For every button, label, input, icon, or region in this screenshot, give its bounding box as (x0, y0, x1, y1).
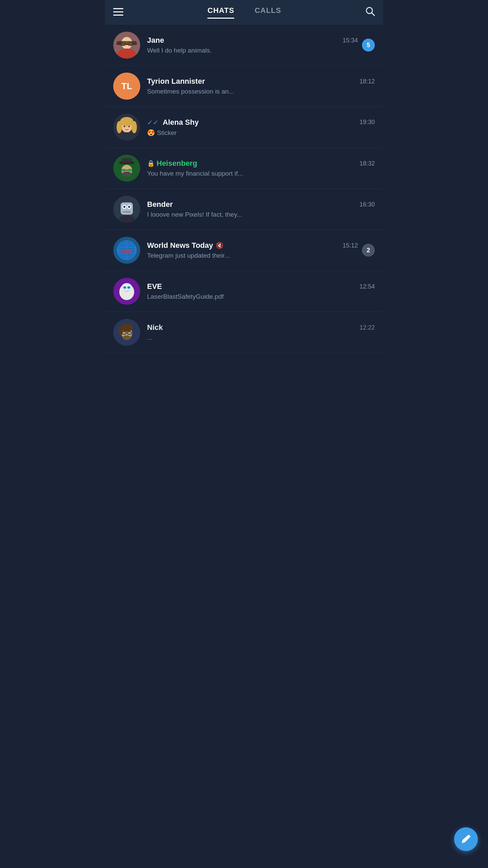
svg-rect-8 (117, 41, 137, 45)
chat-time-jane: 15:34 (343, 37, 358, 44)
chat-name-nick: Nick (147, 323, 163, 332)
chat-preview-bender: I looove new Pixels! If fact, they... (147, 211, 375, 218)
chat-name-bender: Bender (147, 200, 173, 209)
chat-time-tyrion: 18:12 (360, 78, 375, 85)
chat-time-alena: 19:30 (360, 119, 375, 126)
chat-info-wnt: World News Today 🔇 15:12 Telegram just u… (147, 241, 358, 259)
chat-item-heisenberg[interactable]: 🔒 Heisenberg 18:32 You have my financial… (105, 148, 383, 189)
chat-preview-nick: ... (147, 334, 375, 341)
chat-item-tyrion[interactable]: TL Tyrion Lannister 18:12 Sometimes poss… (105, 66, 383, 107)
avatar-bender (113, 196, 140, 223)
svg-rect-26 (121, 169, 126, 172)
avatar-eve (113, 278, 140, 305)
chat-name-wnt: World News Today 🔇 (147, 241, 223, 250)
svg-point-63 (123, 335, 131, 340)
svg-rect-27 (128, 169, 132, 172)
svg-rect-2 (113, 15, 123, 16)
unread-badge-jane: 5 (362, 39, 375, 52)
chat-preview-heisenberg: You have my financial support if... (147, 170, 375, 177)
chat-info-eve: EVE 12:54 LaserBlastSafetyGuide.pdf (147, 282, 375, 300)
svg-text:WNT: WNT (121, 248, 132, 254)
unread-badge-wnt: 2 (362, 244, 375, 257)
svg-point-17 (120, 117, 134, 126)
chat-info-bender: Bender 16:30 I looove new Pixels! If fac… (147, 200, 375, 218)
header: CHATS CALLS (105, 0, 383, 25)
chat-item-wnt[interactable]: WNT World News Today 🔇 15:12 Telegram ju… (105, 230, 383, 271)
lock-icon-heisenberg: 🔒 (147, 160, 155, 167)
chat-name-tyrion: Tyrion Lannister (147, 77, 205, 86)
chat-preview-jane: Well I do help animals. (147, 47, 358, 54)
chat-preview-eve: LaserBlastSafetyGuide.pdf (147, 293, 375, 300)
chat-name-eve: EVE (147, 282, 162, 291)
chat-info-heisenberg: 🔒 Heisenberg 18:32 You have my financial… (147, 159, 375, 177)
chat-info-jane: Jane 15:34 Well I do help animals. (147, 36, 358, 54)
svg-point-54 (124, 287, 126, 289)
chat-name-heisenberg: 🔒 Heisenberg (147, 159, 197, 168)
chat-preview-wnt: Telegram just updated their... (147, 252, 358, 259)
header-tabs: CHATS CALLS (123, 6, 365, 19)
svg-point-35 (128, 206, 130, 208)
svg-rect-0 (113, 8, 123, 9)
svg-rect-31 (121, 202, 133, 215)
chat-info-tyrion: Tyrion Lannister 18:12 Sometimes possess… (147, 77, 375, 95)
svg-point-21 (128, 126, 130, 127)
chat-info-nick: Nick 12:22 ... (147, 323, 375, 341)
chat-preview-tyrion: Sometimes possession is an... (147, 88, 375, 95)
chat-item-nick[interactable]: Nick 12:22 ... (105, 312, 383, 353)
avatar-wnt: WNT (113, 237, 140, 264)
chat-item-bender[interactable]: Bender 16:30 I looove new Pixels! If fac… (105, 189, 383, 230)
svg-rect-24 (121, 158, 132, 162)
chat-item-jane[interactable]: Jane 15:34 Well I do help animals. 5 (105, 25, 383, 66)
svg-rect-1 (113, 11, 123, 12)
chat-time-nick: 12:22 (360, 324, 375, 331)
svg-point-29 (122, 172, 131, 177)
svg-point-34 (123, 206, 125, 208)
chat-time-eve: 12:54 (360, 283, 375, 290)
avatar-jane (113, 32, 140, 59)
svg-point-59 (119, 326, 123, 336)
chat-info-alena: ✓✓ Alena Shy 19:30 😍 Sticker (147, 118, 375, 137)
chat-preview-alena: 😍 Sticker (147, 129, 375, 137)
avatar-nick (113, 319, 140, 346)
svg-point-19 (131, 121, 137, 133)
svg-point-20 (124, 126, 125, 127)
chat-name-jane: Jane (147, 36, 164, 45)
svg-point-18 (117, 121, 122, 133)
search-icon[interactable] (365, 6, 375, 18)
mute-icon-wnt: 🔇 (216, 242, 223, 249)
heisenberg-name-text: Heisenberg (157, 159, 197, 168)
tab-calls[interactable]: CALLS (255, 6, 281, 19)
chat-item-eve[interactable]: EVE 12:54 LaserBlastSafetyGuide.pdf (105, 271, 383, 312)
chat-time-bender: 16:30 (360, 201, 375, 208)
tab-chats[interactable]: CHATS (207, 6, 234, 19)
chat-item-alena[interactable]: ✓✓ Alena Shy 19:30 😍 Sticker (105, 107, 383, 148)
wnt-name-text: World News Today (147, 241, 213, 250)
svg-line-4 (372, 13, 374, 16)
chat-time-wnt: 15:12 (343, 242, 358, 249)
menu-icon[interactable] (113, 7, 123, 18)
chat-name-alena: Alena Shy (163, 118, 199, 127)
avatar-initials-tyrion: TL (121, 81, 132, 92)
double-check-alena: ✓✓ (147, 118, 159, 126)
avatar-alena (113, 114, 140, 141)
svg-point-55 (128, 287, 130, 289)
chat-time-heisenberg: 18:32 (360, 160, 375, 167)
avatar-heisenberg (113, 155, 140, 182)
avatar-tyrion: TL (113, 73, 140, 100)
chat-list: Jane 15:34 Well I do help animals. 5 TL … (105, 25, 383, 353)
